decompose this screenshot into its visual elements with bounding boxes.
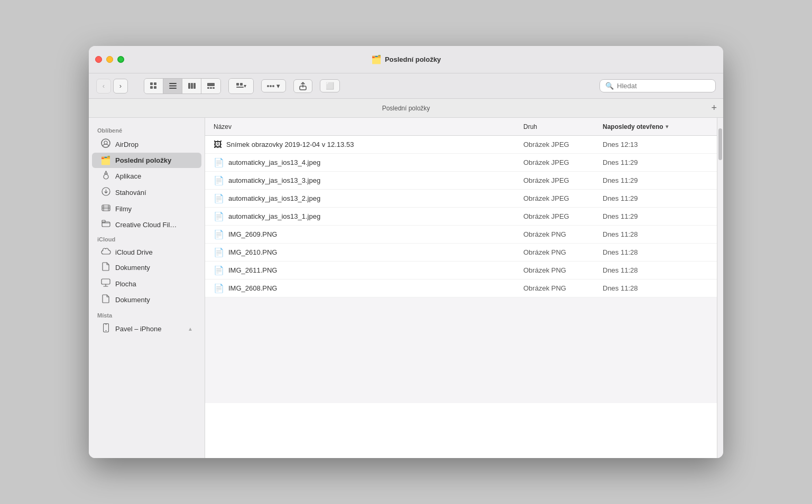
sidebar-item-recents[interactable]: 🗂️ Poslední položky	[92, 153, 201, 168]
sidebar-item-documents2-label: Dokumenty	[115, 296, 150, 304]
file-icon: 📄	[214, 211, 224, 221]
sidebar: Oblíbené AirDrop 🗂️ Poslední položky	[89, 118, 205, 458]
window-title: 🗂️ Poslední položky	[371, 54, 441, 64]
maximize-button[interactable]	[117, 56, 124, 63]
col-date-header[interactable]: Naposledy otevřeno ▾	[603, 123, 708, 130]
forward-icon: ›	[119, 82, 122, 90]
file-name-cell: 🖼 Snímek obrazovky 2019-12-04 v 12.13.53	[214, 140, 523, 150]
tag-button[interactable]: ⬜	[320, 79, 340, 92]
eject-icon: ▲	[188, 326, 193, 332]
view-column-btn[interactable]	[182, 79, 201, 94]
icloud-drive-icon	[100, 247, 111, 257]
view-list-btn[interactable]	[163, 79, 182, 94]
sidebar-item-iphone[interactable]: Pavel – iPhone ▲	[92, 321, 201, 337]
view-gallery-btn[interactable]	[201, 79, 220, 94]
sidebar-item-desktop-label: Plocha	[115, 280, 136, 288]
svg-rect-12	[210, 87, 212, 89]
forward-button[interactable]: ›	[113, 79, 128, 94]
file-date: Dnes 11:29	[603, 158, 708, 166]
sidebar-item-desktop[interactable]: Plocha	[92, 276, 201, 292]
scrollbar-thumb[interactable]	[718, 128, 722, 160]
scrollbar-track[interactable]	[717, 118, 723, 458]
svg-rect-8	[191, 83, 193, 89]
close-button[interactable]	[95, 56, 102, 63]
svg-rect-16	[236, 87, 244, 88]
share-button[interactable]	[293, 79, 312, 93]
file-name: automaticky_jas_ios13_3.jpeg	[228, 176, 320, 184]
table-row[interactable]: 🖼 Snímek obrazovky 2019-12-04 v 12.13.53…	[205, 136, 717, 154]
sidebar-item-cc-label: Creative Cloud Fil…	[115, 221, 177, 229]
main-content: Oblíbené AirDrop 🗂️ Poslední položky	[89, 118, 723, 458]
file-name-cell: 📄 IMG_2608.PNG	[214, 283, 523, 293]
file-area: Název Druh Naposledy otevřeno ▾ 🖼 Snímek…	[205, 118, 717, 458]
col-kind-header: Druh	[523, 123, 603, 130]
table-row[interactable]: 📄 automaticky_jas_ios13_4.jpeg Obrázek J…	[205, 154, 717, 172]
iphone-icon	[100, 323, 111, 334]
file-icon: 📄	[214, 229, 224, 239]
movies-icon	[100, 203, 111, 214]
title-text: Poslední položky	[385, 55, 441, 63]
sidebar-item-cc[interactable]: Creative Cloud Fil…	[92, 217, 201, 232]
table-row[interactable]: 📄 automaticky_jas_ios13_2.jpeg Obrázek J…	[205, 190, 717, 208]
file-kind: Obrázek JPEG	[523, 194, 603, 202]
table-row[interactable]: 📄 IMG_2610.PNG Obrázek PNG Dnes 11:28	[205, 244, 717, 262]
sidebar-item-documents-label: Dokumenty	[115, 264, 150, 272]
view-buttons	[144, 78, 221, 94]
sidebar-item-downloads[interactable]: Stahování	[92, 184, 201, 201]
svg-rect-4	[169, 83, 177, 84]
sidebar-item-iphone-label: Pavel – iPhone	[115, 325, 161, 333]
sidebar-item-icloud-drive[interactable]: iCloud Drive	[92, 245, 201, 259]
add-button[interactable]: +	[711, 102, 717, 114]
recents-bar: Poslední položky +	[89, 99, 723, 118]
table-row[interactable]: 📄 automaticky_jas_ios13_1.jpeg Obrázek J…	[205, 208, 717, 226]
svg-rect-32	[102, 279, 110, 284]
file-name-cell: 📄 IMG_2611.PNG	[214, 265, 523, 275]
file-name: IMG_2610.PNG	[228, 248, 278, 256]
view-icon-btn[interactable]	[144, 79, 163, 94]
file-kind: Obrázek JPEG	[523, 176, 603, 184]
back-button[interactable]: ‹	[96, 79, 111, 94]
recents-icon: 🗂️	[100, 155, 111, 165]
svg-rect-10	[207, 83, 215, 86]
file-kind: Obrázek PNG	[523, 266, 603, 274]
file-date: Dnes 11:28	[603, 266, 708, 274]
svg-rect-15	[240, 83, 243, 86]
action-button[interactable]: ▾	[261, 79, 286, 92]
table-row[interactable]: 📄 IMG_2609.PNG Obrázek PNG Dnes 11:28	[205, 226, 717, 244]
file-icon: 📄	[214, 193, 224, 203]
search-input[interactable]	[617, 82, 710, 90]
sidebar-item-documents2[interactable]: Dokumenty	[92, 292, 201, 308]
file-icon: 📄	[214, 265, 224, 275]
file-name-cell: 📄 automaticky_jas_ios13_2.jpeg	[214, 193, 523, 203]
cc-icon	[100, 220, 111, 229]
svg-rect-1	[154, 82, 156, 85]
sidebar-item-icloud-drive-label: iCloud Drive	[115, 248, 153, 256]
col-name-header: Název	[214, 123, 523, 130]
file-date: Dnes 11:28	[603, 284, 708, 292]
desktop-icon	[100, 278, 111, 289]
file-name: IMG_2608.PNG	[228, 284, 278, 292]
svg-point-19	[272, 85, 274, 87]
sidebar-item-airdrop[interactable]: AirDrop	[92, 136, 201, 153]
titlebar: 🗂️ Poslední položky	[89, 46, 723, 73]
file-name: automaticky_jas_ios13_2.jpeg	[228, 194, 320, 202]
svg-point-34	[105, 330, 106, 331]
table-row[interactable]: 📄 automaticky_jas_ios13_3.jpeg Obrázek J…	[205, 172, 717, 190]
sidebar-item-apps[interactable]: Aplikace	[92, 168, 201, 184]
sidebar-item-movies[interactable]: Filmy	[92, 201, 201, 217]
table-row[interactable]: 📄 IMG_2608.PNG Obrázek PNG Dnes 11:28	[205, 279, 717, 297]
svg-point-21	[102, 139, 110, 147]
svg-rect-14	[236, 83, 239, 86]
nav-buttons: ‹ ›	[96, 79, 128, 94]
downloads-icon	[100, 187, 111, 198]
file-date: Dnes 11:28	[603, 230, 708, 238]
sidebar-section-oblibene: Oblíbené	[89, 123, 205, 136]
sidebar-item-documents[interactable]: Dokumenty	[92, 259, 201, 276]
file-name: Snímek obrazovky 2019-12-04 v 12.13.53	[226, 141, 354, 148]
group-btn[interactable]: ▾	[229, 79, 253, 94]
table-row[interactable]: 📄 IMG_2611.PNG Obrázek PNG Dnes 11:28	[205, 262, 717, 279]
svg-rect-11	[207, 87, 209, 89]
svg-point-22	[104, 141, 107, 144]
search-box[interactable]: 🔍	[599, 79, 716, 92]
minimize-button[interactable]	[106, 56, 113, 63]
